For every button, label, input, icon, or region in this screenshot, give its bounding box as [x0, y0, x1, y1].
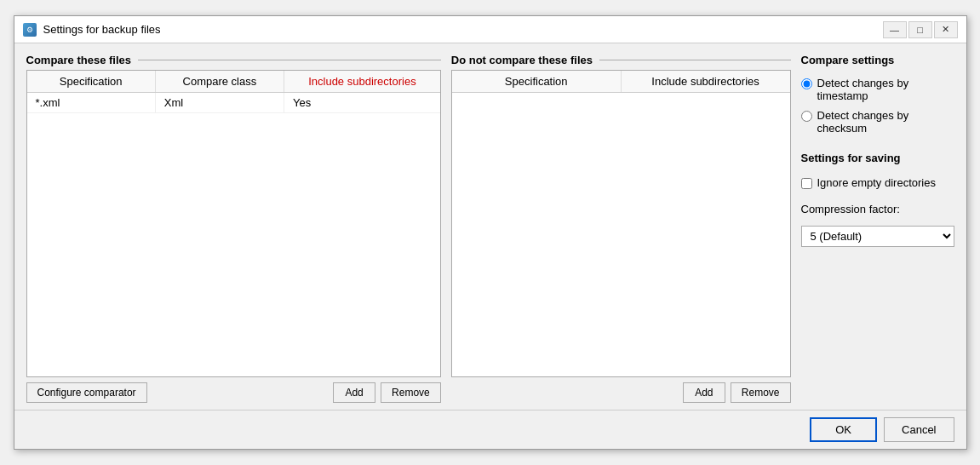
radio-timestamp-label: Detect changes by timestamp — [817, 77, 954, 102]
compare-table-body: *.xml Xml Yes — [27, 93, 440, 376]
no-compare-col-specification: Specification — [452, 71, 622, 92]
configure-comparator-button[interactable]: Configure comparator — [26, 382, 147, 403]
no-compare-table: Specification Include subdirectories — [451, 70, 791, 377]
ignore-empty-directories-checkbox[interactable]: Ignore empty directories — [801, 176, 954, 189]
compare-settings-title: Compare settings — [801, 54, 954, 66]
cancel-button[interactable]: Cancel — [884, 417, 954, 442]
compare-row-subdir: Yes — [284, 93, 440, 112]
title-bar-left: ⚙ Settings for backup files — [23, 23, 161, 37]
dialog-title: Settings for backup files — [43, 23, 161, 36]
compare-col-specification: Specification — [27, 71, 156, 92]
no-compare-add-button[interactable]: Add — [683, 382, 725, 403]
no-compare-table-body — [452, 93, 790, 376]
radio-checksum-input[interactable] — [801, 111, 812, 122]
radio-timestamp[interactable]: Detect changes by timestamp — [801, 77, 954, 102]
compression-factor-select[interactable]: 1 (Fastest) 2 3 4 5 (Default) 6 7 8 9 (B… — [801, 226, 954, 247]
right-panel: Compare settings Detect changes by times… — [801, 54, 954, 403]
radio-timestamp-input[interactable] — [801, 78, 812, 89]
radio-checksum[interactable]: Detect changes by checksum — [801, 109, 954, 135]
settings-dialog: ⚙ Settings for backup files — □ ✕ Compar… — [14, 15, 967, 450]
compare-add-button[interactable]: Add — [333, 382, 375, 403]
no-compare-section-label: Do not compare these files — [451, 54, 791, 66]
maximize-button[interactable]: □ — [908, 21, 932, 38]
compression-factor-label: Compression factor: — [801, 203, 954, 215]
minimize-button[interactable]: — — [883, 21, 907, 38]
no-compare-section: Do not compare these files Specification… — [451, 54, 791, 403]
compare-section-label: Compare these files — [26, 54, 441, 66]
compare-col-subdirectories: Include subdirectories — [284, 71, 440, 92]
title-bar: ⚙ Settings for backup files — □ ✕ — [14, 16, 966, 43]
dialog-footer: OK Cancel — [14, 410, 966, 449]
window-controls: — □ ✕ — [883, 21, 958, 38]
compare-row-spec: *.xml — [27, 93, 156, 112]
ignore-empty-directories-label: Ignore empty directories — [817, 176, 936, 189]
compare-table-header: Specification Compare class Include subd… — [27, 71, 440, 93]
compare-row-class: Xml — [156, 93, 284, 112]
compare-table: Specification Compare class Include subd… — [26, 70, 441, 377]
settings-for-saving-title: Settings for saving — [801, 152, 954, 164]
no-compare-col-subdirectories: Include subdirectories — [622, 71, 790, 92]
compare-remove-button[interactable]: Remove — [381, 382, 441, 403]
no-compare-button-row: Add Remove — [451, 382, 791, 403]
radio-checksum-label: Detect changes by checksum — [817, 109, 954, 135]
ignore-empty-directories-input[interactable] — [801, 178, 812, 189]
compare-section: Compare these files Specification Compar… — [26, 54, 441, 403]
compare-table-row[interactable]: *.xml Xml Yes — [27, 93, 440, 113]
close-button[interactable]: ✕ — [934, 21, 958, 38]
compare-col-class: Compare class — [156, 71, 284, 92]
no-compare-remove-button[interactable]: Remove — [731, 382, 791, 403]
no-compare-table-header: Specification Include subdirectories — [452, 71, 790, 93]
ok-button[interactable]: OK — [810, 417, 877, 442]
compare-button-row: Configure comparator Add Remove — [26, 382, 441, 403]
dialog-body: Compare these files Specification Compar… — [14, 43, 966, 410]
app-icon: ⚙ — [23, 23, 37, 37]
compare-settings-radio-group: Detect changes by timestamp Detect chang… — [801, 77, 954, 135]
